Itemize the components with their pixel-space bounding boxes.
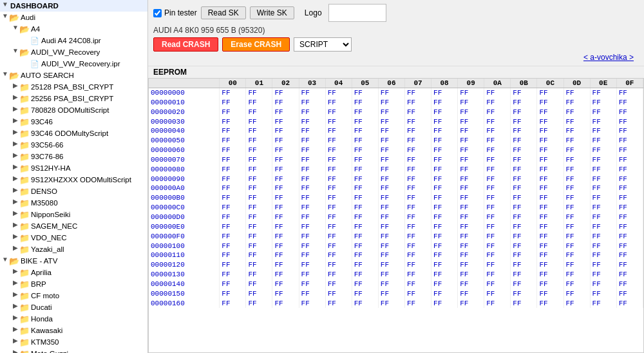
sidebar-item-nippon[interactable]: ▶ 📁 NipponSeiki [0,209,147,220]
eeprom-cell: FF [352,299,378,309]
eeprom-cell: FF [564,88,590,98]
eeprom-cell: FF [404,88,431,98]
sidebar-item-9s12xhz[interactable]: ▶ 📁 9S12XHZXXX ODOMultiScript [0,174,147,186]
sidebar-item-cfmoto[interactable]: ▶ 📁 CF moto [0,290,147,301]
folder-icon: 📁 [19,221,30,231]
sidebar-item-ducati[interactable]: ▶ 📁 Ducati [0,301,147,313]
erase-crash-button[interactable]: Erase CRASH [222,37,290,52]
eeprom-cell: FF [511,88,537,98]
eeprom-cell: FF [484,175,511,184]
eeprom-address: 00000140 [149,280,220,289]
eeprom-address: 00000060 [149,146,220,155]
read-sk-button[interactable]: Read SK [201,6,246,19]
sidebar-item-m35080[interactable]: ▶ 📁 M35080 [0,197,147,209]
folder-icon: 📁 [19,128,30,138]
sidebar-item-audi-vw-recovery[interactable]: ▼ 📂 AUDI_VW_Recovery [0,46,147,58]
sidebar-item-denso[interactable]: ▶ 📁 DENSO [0,186,147,197]
sidebar-item-bike-atv[interactable]: ▼ 📂 BIKE - ATV [0,255,147,267]
eeprom-cell: FF [511,222,537,232]
expand-icon: ▶ [12,93,19,104]
eeprom-cell: FF [431,280,458,289]
eeprom-cell: FF [378,213,404,222]
sidebar-item-audi[interactable]: ▼ 📂 Audi [0,12,147,23]
expand-icon: ▶ [12,186,19,196]
sidebar-item-yazaki[interactable]: ▶ 📁 Yazaki_all [0,243,147,255]
eeprom-cell: FF [564,155,590,165]
read-crash-button[interactable]: Read CRASH [153,37,218,52]
eeprom-address: 00000050 [149,136,220,146]
sidebar-item-9s12hy[interactable]: ▶ 📁 9S12HY-HA [0,162,147,174]
eeprom-cell: FF [458,108,484,117]
eeprom-cell: FF [458,222,484,232]
eeprom-cell: FF [458,155,484,165]
pin-tester-label[interactable]: Pin tester [153,8,197,17]
eeprom-cell: FF [220,260,246,270]
sidebar-item-93c76[interactable]: ▶ 📁 93C76-86 [0,151,147,162]
write-sk-button[interactable]: Write SK [250,6,294,19]
table-row: 00000020FFFFFFFFFFFFFFFFFFFFFFFFFFFFFFFF [149,108,643,117]
folder-open-icon: 📂 [19,47,30,57]
eeprom-cell: FF [616,108,643,117]
eeprom-cell: FF [484,184,511,193]
eeprom-address: 00000130 [149,270,220,280]
eeprom-cell: FF [537,270,564,280]
eeprom-cell: FF [220,146,246,155]
eeprom-cell: FF [378,136,404,146]
eeprom-cell: FF [246,299,272,309]
expand-icon: ▶ [12,244,19,254]
sidebar-item-honda[interactable]: ▶ 📁 Honda [0,313,147,325]
sidebar-item-93c46[interactable]: ▶ 📁 93C46 [0,116,147,128]
eeprom-table-wrapper[interactable]: 000102030405060708090A0B0C0D0E0F 0000000… [148,78,644,353]
eeprom-address: 00000080 [149,165,220,175]
eeprom-cell: FF [352,165,378,175]
eeprom-cell: FF [352,213,378,222]
eeprom-cell: FF [564,108,590,117]
sidebar-item-label: Aprilia [31,269,52,276]
eeprom-address: 000000C0 [149,203,220,213]
sidebar-item-kawasaki[interactable]: ▶ 📁 Kawasaki [0,325,147,336]
sidebar-item-brp[interactable]: ▶ 📁 BRP [0,278,147,290]
sidebar-item-audi-a4-file[interactable]: 📄 Audi A4 24C08.ipr [0,35,147,46]
script-select[interactable]: SCRIPT [294,37,352,52]
sidebar-item-audi-vw-file[interactable]: 📄 AUDI_VW_Recovery.ipr [0,58,147,70]
expand-icon: ▶ [12,233,19,243]
eeprom-cell: FF [511,203,537,213]
folder-open-icon: 📂 [19,24,30,34]
eeprom-cell: FF [220,136,246,146]
sidebar-item-vdo[interactable]: ▶ 📁 VDO_NEC [0,232,147,243]
eeprom-cell: FF [246,117,272,127]
eeprom-col-header-04: 04 [325,79,352,88]
sidebar-item-auto-search[interactable]: ▼ 📂 AUTO SEARCH [0,70,147,81]
eeprom-cell: FF [590,117,616,127]
sidebar-item-motoguzzi[interactable]: ▶ 📁 Moto Guzzi [0,348,147,353]
eeprom-cell: FF [590,251,616,260]
sidebar-item-sagem[interactable]: ▶ 📁 SAGEM_NEC [0,220,147,232]
sidebar-item-93c56[interactable]: ▶ 📁 93C56-66 [0,139,147,151]
eeprom-cell: FF [564,289,590,299]
logo-box [328,4,386,22]
table-row: 00000150FFFFFFFFFFFFFFFFFFFFFFFFFFFFFFFF [149,289,643,299]
author-link[interactable]: < a-vovchika > [583,53,634,62]
pin-tester-checkbox[interactable] [153,9,162,17]
eeprom-cell: FF [220,108,246,117]
sidebar-item-93c46-odo[interactable]: ▶ 📁 93C46 ODOMultyScript [0,128,147,139]
eeprom-cell: FF [590,126,616,136]
expand-icon: ▼ [12,24,19,34]
eeprom-cell: FF [272,260,299,270]
eeprom-cell: FF [299,98,325,108]
sidebar-item-psa2[interactable]: ▶ 📁 25256 PSA_BSI_CRYPT [0,93,147,104]
eeprom-cell: FF [564,193,590,203]
table-row: 00000130FFFFFFFFFFFFFFFFFFFFFFFFFFFFFFFF [149,270,643,280]
eeprom-cell: FF [564,146,590,155]
sidebar-item-aprilia[interactable]: ▶ 📁 Aprilia [0,267,147,278]
sidebar-item-psa1[interactable]: ▶ 📁 25128 PSA_BSI_CRYPT [0,81,147,93]
sidebar-item-ktm350[interactable]: ▶ 📁 KTM350 [0,336,147,348]
eeprom-cell: FF [246,242,272,251]
eeprom-cell: FF [431,184,458,193]
sidebar-item-a4[interactable]: ▼ 📂 A4 [0,23,147,35]
eeprom-cell: FF [220,251,246,260]
eeprom-cell: FF [272,136,299,146]
folder-open-icon: 📂 [9,70,19,81]
eeprom-cell: FF [511,136,537,146]
sidebar-item-odo1[interactable]: ▶ 📁 780828 ODOMultiScript [0,104,147,116]
